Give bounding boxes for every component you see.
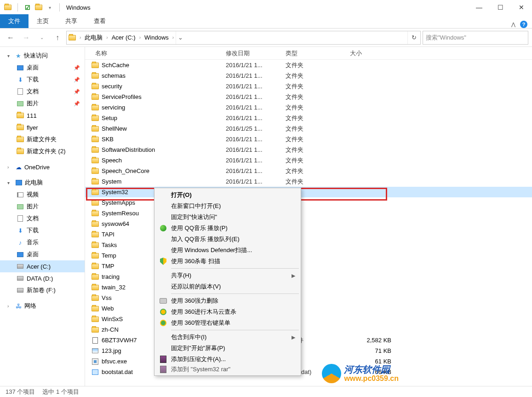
chevron-down-icon[interactable]: ▾: [7, 180, 13, 185]
sidebar-item[interactable]: 111: [0, 109, 85, 121]
sidebar-item[interactable]: 桌面: [0, 248, 85, 260]
file-row[interactable]: SystemApps 夹: [85, 197, 532, 208]
menu-item[interactable]: 添加到 "System32 rar": [155, 365, 300, 374]
menu-item[interactable]: 固定到"快速访问": [155, 212, 300, 223]
this-pc[interactable]: ▾ 此电脑: [0, 177, 85, 189]
file-row[interactable]: Speech 2016/1/21 1... 文件夹: [85, 155, 532, 166]
file-row[interactable]: servicing 2016/1/21 1... 文件夹: [85, 102, 532, 113]
tab-view[interactable]: 查看: [86, 14, 114, 28]
sidebar-item[interactable]: 新建文件夹 (2): [0, 145, 85, 157]
sidebar-item[interactable]: ⬇ 下载 📌: [0, 74, 85, 86]
tab-home[interactable]: 主页: [29, 14, 57, 28]
up-button[interactable]: ↑: [51, 31, 64, 45]
sidebar-item[interactable]: flyer: [0, 121, 85, 133]
sidebar-item[interactable]: ♪ 音乐: [0, 236, 85, 248]
sidebar-item[interactable]: 视频: [0, 189, 85, 201]
file-row[interactable]: TMP 夹: [85, 261, 532, 271]
file-row[interactable]: schemas 2016/1/21 1... 文件夹: [85, 70, 532, 81]
address-history-icon[interactable]: ⌄: [176, 31, 185, 44]
file-row[interactable]: WinSxS 夹: [85, 314, 532, 324]
file-row[interactable]: bfsvc.exe 序 61 KB: [85, 356, 532, 367]
search-input[interactable]: 搜索"Windows": [423, 31, 528, 45]
menu-item[interactable]: 共享(H) ▶: [155, 270, 300, 281]
onedrive[interactable]: › ☁ OneDrive: [0, 161, 85, 173]
recent-dropdown[interactable]: ⌄: [35, 31, 49, 45]
menu-item[interactable]: 使用 360管理右键菜单: [155, 317, 300, 328]
close-button[interactable]: ✕: [511, 0, 532, 15]
sidebar-item[interactable]: 文档 📌: [0, 86, 85, 98]
file-row[interactable]: SystemResou 夹: [85, 208, 532, 219]
file-row[interactable]: System32 夹: [85, 187, 532, 197]
chevron-right-icon[interactable]: ›: [7, 304, 13, 309]
forward-button[interactable]: →: [19, 31, 33, 45]
crumb-windows[interactable]: Windows: [143, 33, 171, 42]
menu-item[interactable]: 在新窗口中打开(E): [155, 201, 300, 212]
help-icon[interactable]: ?: [520, 21, 527, 28]
ribbon-expand-icon[interactable]: ⋀: [511, 22, 515, 28]
crumb-sep[interactable]: ›: [105, 35, 109, 40]
menu-item[interactable]: 加入 QQ音乐 播放队列(E): [155, 234, 300, 245]
address-bar[interactable]: › 此电脑 › Acer (C:) › Windows › ⌄ ↻: [66, 31, 421, 45]
back-button[interactable]: ←: [4, 31, 17, 45]
sidebar-item[interactable]: 文档: [0, 213, 85, 224]
crumb-drive[interactable]: Acer (C:): [110, 33, 137, 42]
file-row[interactable]: Vss 夹: [85, 293, 532, 303]
menu-item[interactable]: 使用 360进行木马云查杀: [155, 306, 300, 317]
menu-item[interactable]: 使用 Windows Defender扫描...: [155, 245, 300, 256]
file-row[interactable]: Temp 夹: [85, 250, 532, 261]
menu-item[interactable]: 打开(O): [155, 190, 300, 201]
file-row[interactable]: 6BZT3VWH7 N 文件 2,582 KB: [85, 335, 532, 345]
sidebar-item[interactable]: 图片 📌: [0, 98, 85, 109]
crumb-sep[interactable]: ›: [138, 35, 142, 40]
file-row[interactable]: syswow64 夹: [85, 219, 532, 229]
file-row[interactable]: zh-CN 夹: [85, 324, 532, 335]
file-row[interactable]: Speech_OneCore 2016/1/21 1... 文件夹: [85, 166, 532, 176]
sidebar-item[interactable]: 图片: [0, 201, 85, 213]
refresh-icon[interactable]: ↻: [407, 31, 420, 44]
quick-access[interactable]: ▾ ★ 快速访问: [0, 50, 85, 62]
file-row[interactable]: Tasks 夹: [85, 240, 532, 250]
sidebar-item[interactable]: 新建文件夹: [0, 133, 85, 145]
col-type[interactable]: 类型: [286, 49, 350, 58]
file-row[interactable]: security 2016/1/21 1... 文件夹: [85, 81, 532, 92]
crumb-sep[interactable]: ›: [172, 35, 175, 40]
file-row[interactable]: 123.jpg 文件 71 KB: [85, 345, 532, 356]
col-date[interactable]: 修改日期: [226, 49, 286, 58]
col-size[interactable]: 大小: [350, 49, 400, 58]
menu-item[interactable]: 使用 360强力删除: [155, 295, 300, 306]
sidebar-item[interactable]: ⬇ 下载: [0, 224, 85, 236]
maximize-button[interactable]: ☐: [490, 0, 511, 15]
file-row[interactable]: Web 夹: [85, 303, 532, 314]
sidebar-item[interactable]: Acer (C:): [0, 260, 85, 272]
file-row[interactable]: System 2016/1/21 1... 文件夹: [85, 176, 532, 187]
file-row[interactable]: bootstat.dat 文件(.dat) 66 KB: [85, 367, 532, 377]
file-row[interactable]: Setup 2016/1/21 1... 文件夹: [85, 113, 532, 123]
menu-item[interactable]: 使用 360杀毒 扫描: [155, 256, 300, 267]
file-row[interactable]: tracing 夹: [85, 271, 532, 282]
col-name[interactable]: 名称: [88, 49, 226, 58]
properties-qat-icon[interactable]: ☑: [23, 3, 32, 12]
file-row[interactable]: SKB 2016/1/21 1... 文件夹: [85, 134, 532, 144]
crumb-thispc[interactable]: 此电脑: [83, 33, 104, 43]
tab-share[interactable]: 共享: [57, 14, 86, 28]
menu-item[interactable]: 使用 QQ音乐 播放(P): [155, 223, 300, 234]
crumb-sep[interactable]: ›: [79, 35, 82, 40]
chevron-down-icon[interactable]: ▾: [7, 53, 13, 58]
sidebar-item[interactable]: DATA (D:): [0, 272, 85, 284]
menu-item[interactable]: 还原以前的版本(V): [155, 281, 300, 292]
file-tab[interactable]: 文件: [0, 14, 29, 28]
file-row[interactable]: SoftwareDistribution 2016/1/21 1... 文件夹: [85, 144, 532, 155]
file-row[interactable]: TAPI 夹: [85, 229, 532, 240]
file-row[interactable]: twain_32 夹: [85, 282, 532, 293]
sidebar-item[interactable]: 桌面 📌: [0, 62, 85, 74]
chevron-right-icon[interactable]: ›: [7, 165, 13, 170]
menu-item[interactable]: 包含到库中(I) ▶: [155, 332, 300, 343]
new-folder-qat-icon[interactable]: [34, 3, 43, 12]
file-row[interactable]: SchCache 2016/1/21 1... 文件夹: [85, 60, 532, 70]
sidebar-item[interactable]: 新加卷 (F:): [0, 284, 85, 296]
file-row[interactable]: ShellNew 2016/1/25 1... 文件夹: [85, 123, 532, 134]
file-row[interactable]: ServiceProfiles 2016/1/21 1... 文件夹: [85, 92, 532, 102]
qat-dropdown-icon[interactable]: ▾: [46, 3, 54, 12]
network[interactable]: › 🖧 网络: [0, 300, 85, 312]
menu-item[interactable]: 固定到"开始"屏幕(P): [155, 343, 300, 354]
